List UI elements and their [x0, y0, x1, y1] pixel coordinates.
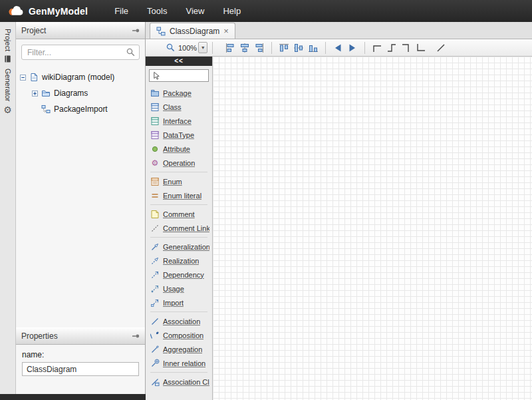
realization-icon	[150, 256, 160, 266]
zoom-dropdown-button[interactable]: ▼	[198, 42, 207, 53]
flip-left-button[interactable]	[331, 41, 345, 55]
aggregation-icon	[150, 345, 160, 354]
palette-item-label: Realization	[163, 257, 199, 265]
zoom-button[interactable]	[163, 41, 178, 55]
properties-body: name:	[16, 345, 145, 400]
properties-panel-title: Properties	[21, 331, 58, 341]
editor-toolbar: 100% ▼	[146, 39, 532, 57]
palette-item-label: DataType	[163, 131, 194, 139]
tree-label: Diagrams	[54, 89, 88, 98]
palette-item-label: Interface	[163, 117, 192, 125]
collapse-expander-icon[interactable]	[20, 75, 26, 81]
menu-view[interactable]: View	[176, 1, 213, 21]
filter-row	[16, 39, 145, 64]
expand-expander-icon[interactable]	[32, 91, 38, 97]
palette-collapse-button[interactable]: <<	[146, 57, 212, 66]
align-right-icon	[254, 43, 265, 53]
menu-file[interactable]: File	[105, 1, 138, 21]
toolbar-separator	[364, 42, 365, 54]
palette-item-association-class[interactable]: Association Cl...	[146, 375, 212, 389]
palette-item-import[interactable]: Import	[146, 296, 212, 309]
flip-right-button[interactable]	[345, 41, 360, 55]
palette-item-composition[interactable]: Composition	[146, 328, 212, 342]
editor-body: << Package Class	[146, 57, 532, 400]
tree-row-diagrams[interactable]: Diagrams	[19, 85, 142, 101]
tree-label: wikiDiagram (model)	[42, 73, 114, 82]
palette-item-label: Usage	[163, 285, 184, 293]
flip-right-icon	[347, 43, 358, 53]
generalization-icon	[150, 242, 160, 252]
edge-style-right-down-button[interactable]	[399, 41, 414, 55]
menu-help[interactable]: Help	[213, 1, 250, 21]
side-rail: Project Generator ⚙	[0, 22, 16, 400]
tab-classdiagram[interactable]: ClassDiagram ×	[150, 23, 235, 39]
align-right-button[interactable]	[252, 41, 267, 55]
palette-item-label: Generalization	[163, 243, 209, 251]
palette-item-interface[interactable]: Interface	[146, 114, 212, 128]
filter-input[interactable]	[21, 45, 140, 60]
palette-item-label: Comment Link	[163, 224, 209, 232]
diagram-canvas[interactable]	[213, 57, 532, 400]
palette-item-attribute[interactable]: Attribute	[146, 142, 212, 156]
palette-item-association[interactable]: Association	[146, 314, 212, 328]
palette-item-inner-relation[interactable]: Inner relation	[146, 356, 212, 370]
import-icon	[150, 298, 160, 307]
palette-item-operation[interactable]: ⚙ Operation	[146, 156, 212, 170]
inner-relation-icon	[150, 359, 160, 368]
palette-item-enum[interactable]: Enum	[146, 174, 212, 188]
palette-item-class[interactable]: Class	[146, 100, 212, 114]
palette-separator	[150, 372, 207, 373]
palette-item-usage[interactable]: Usage	[146, 282, 212, 296]
palette-item-package[interactable]: Package	[146, 86, 212, 100]
align-left-button[interactable]	[223, 41, 237, 55]
rail-tab-generator-label: Generator	[4, 69, 12, 102]
palette-item-label: Association Cl...	[163, 378, 209, 386]
editor-tabbar: ClassDiagram ×	[146, 22, 532, 39]
palette-items: Package Class Interface DataType	[146, 85, 212, 400]
project-pin-button[interactable]	[132, 27, 140, 34]
tree-row-packageimport[interactable]: PackageImport	[19, 101, 142, 117]
edge-style-elbow-up-button[interactable]	[370, 41, 384, 55]
palette-item-label: Attribute	[163, 145, 190, 153]
palette-item-comment-link[interactable]: Comment Link	[146, 221, 212, 235]
align-center-button[interactable]	[237, 41, 252, 55]
edge-style-step-button[interactable]	[384, 41, 399, 55]
palette-item-aggregation[interactable]: Aggregation	[146, 342, 212, 356]
menu-tools[interactable]: Tools	[138, 1, 176, 21]
toolbar-separator	[271, 42, 272, 54]
datatype-icon	[150, 130, 160, 140]
straight-line-icon	[436, 43, 446, 53]
edge-style-straight-button[interactable]	[434, 41, 448, 55]
palette-item-comment[interactable]: Comment	[146, 207, 212, 221]
folder-icon	[41, 89, 51, 98]
palette-item-dependency[interactable]: Dependency	[146, 268, 212, 282]
rail-tab-project[interactable]: Project	[3, 26, 12, 66]
bottom-collapsed-bar	[0, 394, 146, 400]
top-menubar: GenMyModel File Tools View Help	[0, 0, 532, 22]
align-middle-button[interactable]	[291, 41, 306, 55]
palette-item-generalization[interactable]: Generalization	[146, 240, 212, 254]
palette-item-enum-literal[interactable]: Enum literal	[146, 188, 212, 202]
palette-separator	[150, 311, 207, 312]
selection-tool-button[interactable]	[149, 69, 209, 82]
align-top-button[interactable]	[277, 41, 291, 55]
align-bottom-button[interactable]	[306, 41, 321, 55]
tree-label: PackageImport	[54, 104, 108, 114]
association-icon	[150, 317, 160, 326]
palette-item-label: Composition	[163, 331, 203, 339]
palette-item-label: Comment	[163, 210, 195, 218]
app-logo: GenMyModel	[7, 5, 105, 17]
zoom-icon	[166, 43, 176, 53]
palette-item-label: Operation	[163, 159, 195, 167]
close-icon[interactable]: ×	[223, 28, 229, 35]
properties-pin-button[interactable]	[132, 333, 140, 339]
toolbar-separator	[325, 42, 326, 54]
name-field[interactable]	[22, 362, 139, 376]
palette-item-realization[interactable]: Realization	[146, 254, 212, 268]
editor-area: ClassDiagram × 100% ▼	[146, 22, 532, 400]
palette-item-datatype[interactable]: DataType	[146, 128, 212, 142]
tree-row-wikidiagram[interactable]: wikiDiagram (model)	[19, 69, 142, 85]
interface-icon	[150, 116, 160, 126]
rail-tab-generator[interactable]: Generator ⚙	[3, 66, 12, 117]
edge-style-down-right-button[interactable]	[414, 41, 428, 55]
